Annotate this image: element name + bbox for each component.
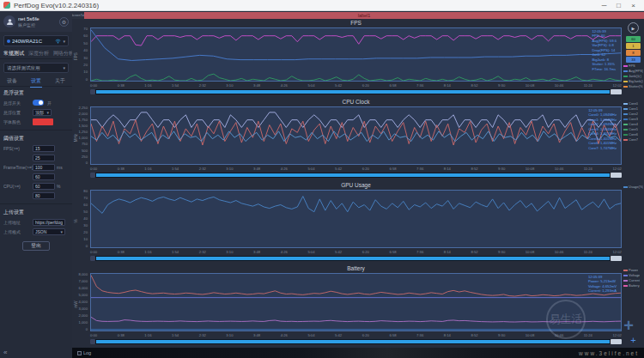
- scrollbar-left-button[interactable]: [90, 256, 95, 261]
- scrollbar-handle[interactable]: [611, 89, 622, 94]
- legend-item: Avg(FPS): [623, 69, 643, 73]
- tooltip-line: Core6: 1,401MHz: [588, 141, 617, 145]
- chart-svg: [91, 191, 621, 247]
- fps-threshold-input-1[interactable]: [33, 145, 55, 152]
- float-position-select[interactable]: 顶部 ▾: [33, 109, 52, 116]
- chart-scrollbar[interactable]: [90, 256, 622, 261]
- scrollbar-handle[interactable]: [611, 339, 622, 344]
- upload-format-select[interactable]: JSON ▾: [33, 228, 65, 235]
- scrollbar-handle[interactable]: [611, 256, 622, 261]
- upload-settings-section: 上传设置 上传地址 上传格式 JSON ▾: [0, 206, 72, 238]
- x-tick-label: 8:52: [471, 250, 477, 254]
- gear-icon[interactable]: ⚙: [59, 17, 69, 27]
- y-tick-label: 40: [83, 217, 88, 221]
- tab-deep-analysis[interactable]: 深度分析: [28, 50, 49, 58]
- y-tick-label: 250: [82, 155, 88, 159]
- tooltip-line: Var(FPS): 0.8: [592, 43, 617, 47]
- subtab-device[interactable]: 设备: [6, 76, 18, 87]
- app-select[interactable]: 请选择测试应用 ▾: [3, 63, 69, 73]
- scrollbar-left-button[interactable]: [90, 173, 95, 178]
- chart-tooltip: 12:05:39FPS: 60Avg(FPS): 59.6Var(FPS): 0…: [592, 29, 617, 71]
- legend-label: Voltage: [629, 273, 640, 277]
- maximize-button[interactable]: □: [611, 0, 626, 11]
- x-tick-label: 9:30: [498, 167, 505, 171]
- float-switch-state: 开: [47, 100, 52, 106]
- log-checkbox[interactable]: [77, 351, 82, 355]
- device-status-dot: [7, 39, 10, 43]
- add-chart-button[interactable]: +: [630, 336, 635, 344]
- legend-label: Core3: [629, 117, 638, 121]
- font-color-label: 字体颜色: [3, 119, 33, 124]
- y-tick-label: 2,250: [79, 106, 88, 110]
- series-Current: [91, 317, 621, 322]
- fps-threshold-input-2[interactable]: [33, 155, 55, 161]
- minimize-button[interactable]: ─: [597, 0, 611, 11]
- scrollbar-handle[interactable]: [611, 173, 622, 178]
- scrollbar-left-button[interactable]: [90, 339, 95, 344]
- device-selector[interactable]: 240WRA21C ▾: [3, 35, 69, 46]
- collapse-sidebar-button[interactable]: «: [3, 349, 7, 356]
- tab-network-analysis[interactable]: 网络分析: [53, 50, 74, 58]
- chart-title: FPS: [90, 20, 622, 26]
- x-axis-ticks: 0:000:381:161:542:323:103:484:265:045:42…: [90, 249, 622, 255]
- x-tick-label: 6:58: [389, 83, 396, 88]
- y-tick-label: 0: [86, 245, 88, 248]
- subtab-about[interactable]: 关于: [54, 76, 66, 87]
- cpu-threshold-input-1[interactable]: [33, 183, 55, 190]
- tooltip-line: Core4: 1,401MHz: [588, 131, 617, 136]
- stat-chip: 1: [626, 43, 641, 49]
- window-titlebar: PerfDog Evo(v10.2.240316) ─ □ ×: [0, 0, 644, 11]
- plot-area[interactable]: 12:05:39Core0: 1,094MHzCore1: 1,094MHzCo…: [90, 106, 622, 165]
- x-tick-label: 4:26: [281, 333, 288, 337]
- legend-label: FPS: [629, 64, 635, 68]
- x-tick-label: 1:16: [144, 167, 151, 171]
- chart-scrollbar[interactable]: [90, 173, 622, 178]
- x-tick-label: 2:32: [199, 167, 206, 171]
- screen-tab[interactable]: ScreenTab: [72, 12, 84, 19]
- x-tick-label: 8:14: [444, 333, 451, 337]
- series-Core0: [91, 131, 621, 142]
- sidebar: net 5s6fe 账户监控 ⚙ 240WRA21C ▾ 常规测试 深度分析 网…: [0, 11, 72, 358]
- x-tick-label: 2:32: [199, 250, 206, 254]
- x-tick-label: 12:02: [612, 333, 621, 337]
- play-button[interactable]: ▶: [628, 22, 639, 33]
- plot-area[interactable]: [90, 190, 622, 248]
- tab-general-test[interactable]: 常规测试: [3, 50, 24, 58]
- x-tick-label: 5:42: [335, 333, 342, 337]
- font-color-swatch[interactable]: [33, 118, 53, 125]
- y-tick-label: 2,000: [79, 112, 88, 116]
- x-tick-label: 6:20: [362, 333, 369, 337]
- cpu-threshold-input-2[interactable]: [33, 192, 55, 199]
- stat-chip: 8: [626, 50, 641, 56]
- legend-color-chip: [623, 134, 628, 136]
- y-tick-label: 0: [86, 78, 88, 82]
- chevron-down-icon: ▾: [63, 65, 65, 70]
- x-tick-label: 7:36: [416, 250, 423, 254]
- x-tick-label: 6:58: [389, 333, 396, 337]
- upload-address-input[interactable]: [33, 219, 65, 226]
- frametime-threshold-input-1[interactable]: [33, 164, 55, 171]
- x-tick-label: 10:08: [526, 83, 534, 88]
- series-Usage: [91, 197, 621, 214]
- frametime-threshold-input-2[interactable]: [33, 173, 55, 180]
- x-tick-label: 4:26: [281, 250, 288, 254]
- label-tab[interactable]: label1: [84, 12, 644, 19]
- logout-button[interactable]: 登出: [22, 241, 50, 251]
- x-tick-label: 0:00: [90, 83, 97, 88]
- subtab-settings[interactable]: 设置: [30, 76, 42, 88]
- x-tick-label: 6:20: [362, 250, 369, 254]
- float-switch-toggle[interactable]: [33, 100, 44, 106]
- stat-chip: 60: [626, 36, 641, 42]
- x-tick-label: 0:38: [118, 333, 125, 337]
- close-button[interactable]: ×: [626, 0, 641, 11]
- x-tick-label: 1:54: [172, 167, 179, 171]
- chart-scrollbar[interactable]: [90, 89, 622, 94]
- chart-scrollbar[interactable]: [90, 339, 622, 344]
- chevron-down-icon: ▾: [60, 229, 63, 234]
- plot-area[interactable]: 12:05:39FPS: 60Avg(FPS): 59.6Var(FPS): 0…: [90, 27, 622, 82]
- legend-label: Core2: [629, 112, 638, 116]
- app-select-value: 请选择测试应用: [7, 65, 63, 71]
- legend-label: Core1: [629, 106, 638, 111]
- scrollbar-left-button[interactable]: [90, 89, 95, 94]
- plot-area[interactable]: 12:05:39Power: 5,213mWVoltage: 4,652mVCu…: [90, 273, 622, 331]
